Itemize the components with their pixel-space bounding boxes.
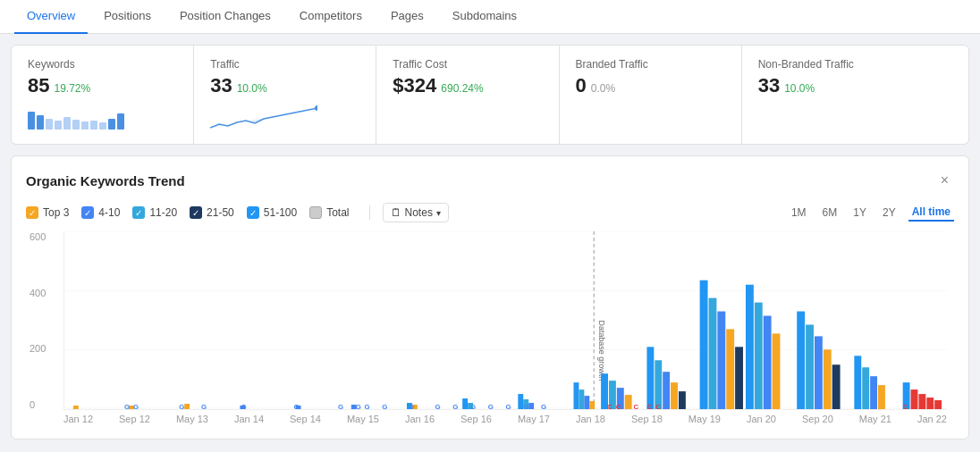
svg-text:G: G <box>356 403 361 409</box>
x-label: Sep 14 <box>290 414 321 424</box>
x-axis: Jan 12 Sep 12 May 13 Jan 14 Sep 14 May 1… <box>63 414 947 424</box>
stat-keywords-pct: 19.72% <box>54 82 90 95</box>
stats-row: Keywords 85 19.72% Traffic <box>11 45 969 145</box>
filter-top3[interactable]: ✓ Top 3 <box>26 206 69 219</box>
svg-rect-27 <box>625 395 632 409</box>
filter-4-10-label: 4-10 <box>98 206 120 219</box>
svg-rect-44 <box>815 336 823 409</box>
tab-overview[interactable]: Overview <box>14 0 88 34</box>
y-label-400: 400 <box>30 288 46 298</box>
traffic-sparkline <box>210 103 359 131</box>
tab-competitors[interactable]: Competitors <box>287 0 375 34</box>
x-label: May 19 <box>689 414 721 424</box>
svg-rect-29 <box>655 360 662 409</box>
svg-text:C: C <box>912 403 917 409</box>
y-label-600: 600 <box>30 231 46 242</box>
time-range-controls: 1M 6M 1Y 2Y All time <box>788 204 954 222</box>
notes-label: Notes <box>405 206 433 219</box>
svg-text:G: G <box>452 403 458 409</box>
svg-rect-39 <box>755 303 763 409</box>
time-1y[interactable]: 1Y <box>849 205 870 221</box>
filter-total[interactable]: Total <box>309 206 349 219</box>
time-all[interactable]: All time <box>908 204 954 222</box>
svg-text:G: G <box>365 403 370 409</box>
stat-nonbranded-pct: 10.0% <box>784 82 815 95</box>
stat-branded: Branded Traffic 0 0.0% <box>560 46 741 144</box>
svg-text:G: G <box>488 403 494 409</box>
svg-rect-48 <box>862 367 869 409</box>
stat-keywords-value: 85 19.72% <box>28 74 177 97</box>
svg-rect-32 <box>679 391 686 409</box>
svg-text:C: C <box>920 403 925 409</box>
time-6m[interactable]: 6M <box>819 205 841 221</box>
svg-text:Database growth: Database growth <box>597 321 606 381</box>
filter-row: ✓ Top 3 ✓ 4-10 ✓ 11-20 ✓ 21-50 ✓ 51-10 <box>26 203 954 222</box>
cb-4-10: ✓ <box>81 206 94 219</box>
stat-branded-value: 0 0.0% <box>576 74 725 97</box>
svg-rect-15 <box>462 398 468 409</box>
filter-21-50[interactable]: ✓ 21-50 <box>190 206 234 219</box>
keywords-chart <box>28 105 177 130</box>
cb-top3: ✓ <box>26 206 38 219</box>
stat-cost-pct: 690.24% <box>441 82 483 95</box>
main-container: Overview Positions Position Changes Comp… <box>0 0 980 439</box>
kw-bar <box>37 115 44 130</box>
stat-branded-pct: 0.0% <box>591 82 615 95</box>
stat-branded-label: Branded Traffic <box>576 58 725 71</box>
svg-text:C: C <box>616 403 621 409</box>
svg-rect-19 <box>528 403 534 409</box>
svg-text:G: G <box>133 403 139 409</box>
x-label: Sep 16 <box>460 414 492 424</box>
svg-text:G: G <box>294 403 300 409</box>
x-label: Sep 12 <box>119 414 150 424</box>
cb-11-20: ✓ <box>132 206 145 219</box>
svg-text:G: G <box>382 403 387 409</box>
stat-keywords-label: Keywords <box>28 58 177 71</box>
x-label: Jan 18 <box>576 414 605 424</box>
svg-rect-23 <box>589 401 595 409</box>
svg-rect-36 <box>726 329 734 409</box>
trend-title: Organic Keywords Trend <box>26 173 185 188</box>
stat-traffic-label: Traffic <box>210 58 359 71</box>
kw-bar <box>46 119 53 130</box>
svg-text:G: G <box>338 403 343 409</box>
svg-text:C: C <box>607 403 612 409</box>
chart-wrapper: 600 400 200 0 Database growth <box>63 231 947 410</box>
filter-51-100-label: 51-100 <box>264 206 297 219</box>
svg-text:G: G <box>506 403 511 409</box>
stat-traffic-pct: 10.0% <box>237 82 267 95</box>
tab-positions[interactable]: Positions <box>91 0 164 34</box>
y-axis: 600 400 200 0 <box>30 231 46 410</box>
y-label-200: 200 <box>30 343 46 354</box>
x-label: May 21 <box>859 414 891 424</box>
stat-keywords: Keywords 85 19.72% <box>12 46 193 144</box>
filter-51-100[interactable]: ✓ 51-100 <box>247 206 297 219</box>
tab-subdomains[interactable]: Subdomains <box>440 0 529 34</box>
filter-total-label: Total <box>326 206 349 219</box>
svg-rect-47 <box>854 356 861 409</box>
filter-11-20-label: 11-20 <box>149 206 177 219</box>
kw-bar <box>55 121 62 130</box>
notes-button[interactable]: 🗒 Notes ▾ <box>383 203 449 222</box>
time-1m[interactable]: 1M <box>788 205 810 221</box>
filter-11-20[interactable]: ✓ 11-20 <box>132 206 177 219</box>
svg-text:G: G <box>541 403 546 409</box>
svg-text:G: G <box>664 403 670 409</box>
stat-traffic-cost-value: $324 690.24% <box>393 74 542 97</box>
svg-rect-55 <box>934 400 942 409</box>
svg-rect-22 <box>584 396 589 409</box>
svg-text:G: G <box>435 403 441 409</box>
kw-bar <box>108 119 115 130</box>
filter-21-50-label: 21-50 <box>207 206 234 219</box>
filter-top3-label: Top 3 <box>43 206 69 219</box>
time-2y[interactable]: 2Y <box>879 205 900 221</box>
svg-rect-41 <box>773 333 781 409</box>
svg-text:C: C <box>634 403 639 409</box>
svg-rect-21 <box>579 389 584 409</box>
svg-rect-9 <box>184 404 190 409</box>
close-button[interactable]: × <box>935 171 954 190</box>
tab-position-changes[interactable]: Position Changes <box>167 0 283 34</box>
filter-4-10[interactable]: ✓ 4-10 <box>81 206 120 219</box>
tab-pages[interactable]: Pages <box>378 0 436 34</box>
kw-bar <box>99 122 106 130</box>
